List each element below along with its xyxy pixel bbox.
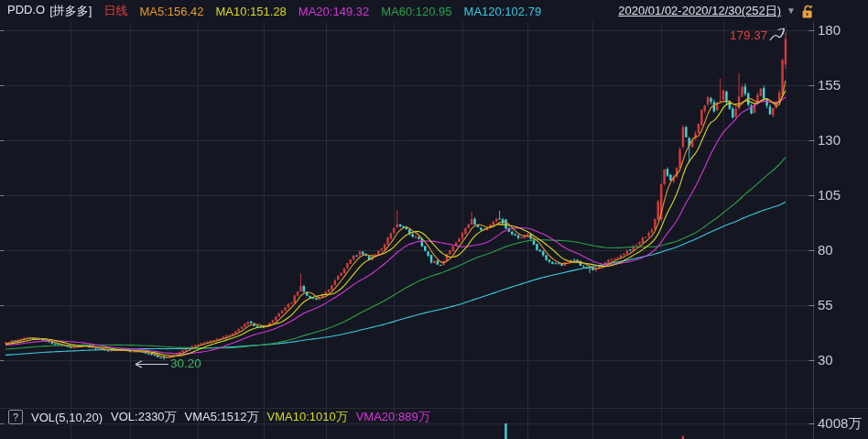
help-button[interactable]: ? (8, 410, 23, 424)
price-tick-155: 155 (818, 77, 841, 93)
price-tick-55: 55 (818, 297, 833, 313)
chart-canvas[interactable] (0, 0, 868, 439)
price-tick-130: 130 (818, 132, 841, 148)
ma10-legend: MA10:151.28 (216, 5, 287, 18)
stock-chart-app: PDD.O [拼多多] 日线 MA5:156.42 MA10:151.28 MA… (0, 0, 868, 439)
period-selector[interactable]: 日线 (103, 3, 127, 19)
vol-params-label: VOL(5,10,20) (31, 411, 103, 424)
vma5-label: VMA5:1512万 (185, 409, 259, 425)
vol-value-label: VOL:2330万 (111, 409, 177, 425)
high-annotation: 179.37 (730, 28, 767, 42)
ma5-legend: MA5:156.42 (139, 5, 203, 18)
ma60-legend: MA60:120.95 (381, 5, 451, 18)
lock-open-icon[interactable] (801, 4, 815, 19)
vma20-label: VMA20:889万 (356, 409, 430, 425)
symbol-label: PDD.O (7, 3, 45, 19)
symbol-name: [拼多多] (49, 3, 92, 19)
low-annotation: 30.20 (170, 357, 201, 370)
date-range-control[interactable]: 2020/01/02-2020/12/30(252日) ▼ (618, 3, 815, 19)
date-range-label[interactable]: 2020/01/02-2020/12/30(252日) (618, 3, 781, 19)
ma120-legend: MA120:102.79 (464, 5, 542, 18)
price-tick-30: 30 (818, 352, 833, 368)
volume-scale-label: 4008万 (818, 415, 862, 433)
ma20-legend: MA20:149.32 (298, 5, 369, 18)
chart-header: PDD.O [拼多多] 日线 MA5:156.42 MA10:151.28 MA… (7, 3, 541, 19)
price-tick-180: 180 (818, 22, 841, 38)
instrument: PDD.O [拼多多] (7, 3, 92, 19)
chevron-down-icon[interactable]: ▼ (787, 5, 796, 17)
price-tick-105: 105 (818, 187, 841, 203)
vma10-label: VMA10:1010万 (267, 409, 348, 425)
price-tick-80: 80 (818, 242, 833, 258)
volume-legend: ? VOL(5,10,20) VOL:2330万 VMA5:1512万 VMA1… (8, 409, 430, 425)
